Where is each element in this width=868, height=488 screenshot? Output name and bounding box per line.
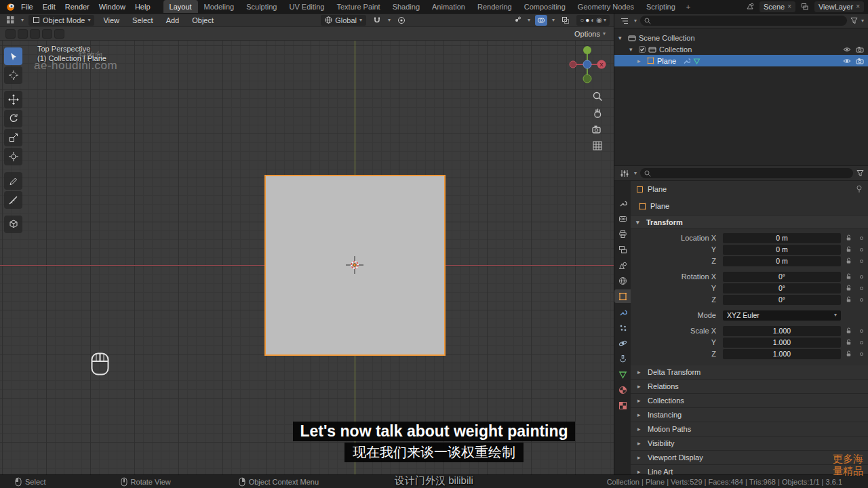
- panel-viewport-display[interactable]: ▸Viewport Display: [631, 451, 868, 465]
- workspace-tab-modeling[interactable]: Modeling: [198, 0, 241, 13]
- tab-render[interactable]: [614, 211, 631, 225]
- tab-tool[interactable]: [614, 196, 631, 209]
- camera-icon[interactable]: [856, 58, 864, 64]
- navigation-gizmo[interactable]: X: [568, 45, 607, 84]
- rotation-x-field[interactable]: 0°: [723, 272, 841, 282]
- pan-hand-icon[interactable]: [592, 108, 603, 119]
- transform-panel-header[interactable]: ▾ Transform: [631, 215, 868, 229]
- menu-edit[interactable]: Edit: [38, 1, 60, 12]
- animate-decorator[interactable]: [856, 329, 867, 333]
- scene-selector[interactable]: Scene ×: [760, 1, 795, 12]
- panel-motion-paths[interactable]: ▸Motion Paths: [631, 422, 868, 436]
- menu-view[interactable]: View: [99, 16, 123, 25]
- workspace-tab-scripting[interactable]: Scripting: [640, 0, 682, 13]
- tab-physics[interactable]: [614, 336, 631, 350]
- outliner-row-scene-collection[interactable]: ▾ Scene Collection: [614, 32, 868, 43]
- tool-annotate[interactable]: [4, 172, 22, 190]
- panel-relations[interactable]: ▸Relations: [631, 380, 868, 394]
- workspace-tab-sculpting[interactable]: Sculpting: [240, 0, 283, 13]
- location-x-field[interactable]: 0 m: [723, 233, 841, 243]
- show-overlays-icon[interactable]: [535, 15, 547, 26]
- menu-render[interactable]: Render: [60, 1, 94, 12]
- mesh-data-icon[interactable]: [693, 58, 701, 64]
- tool-settings-toggle-4[interactable]: [42, 29, 52, 39]
- blender-logo-icon[interactable]: [4, 1, 16, 12]
- lock-icon[interactable]: [841, 258, 856, 264]
- viewport-3d[interactable]: Top Perspective (1) Collection | Plane 特…: [0, 41, 614, 474]
- menu-help[interactable]: Help: [130, 1, 155, 12]
- object-name-field[interactable]: Plane: [631, 197, 868, 215]
- panel-line-art[interactable]: ▸Line Art: [631, 465, 868, 474]
- location-y-field[interactable]: 0 m: [723, 245, 841, 255]
- tool-scale[interactable]: [4, 129, 22, 146]
- panel-delta-transform[interactable]: ▸Delta Transform: [631, 365, 868, 380]
- expand-arrow-icon[interactable]: ▾: [629, 46, 636, 53]
- filter-icon[interactable]: [850, 17, 858, 24]
- tool-move[interactable]: [4, 91, 22, 108]
- ortho-toggle-icon[interactable]: [592, 140, 603, 151]
- outliner-editor-icon[interactable]: [618, 16, 631, 26]
- animate-decorator[interactable]: [856, 275, 867, 279]
- scene-browse-icon[interactable]: [744, 1, 756, 12]
- camera-view-icon[interactable]: [592, 125, 603, 134]
- location-z-field[interactable]: 0 m: [723, 256, 841, 266]
- snap-magnet-icon[interactable]: [371, 15, 383, 26]
- lock-icon[interactable]: [841, 296, 856, 303]
- tool-select-box[interactable]: [4, 47, 22, 65]
- scale-x-field[interactable]: 1.000: [723, 326, 841, 336]
- tool-settings-toggle-3[interactable]: [30, 29, 40, 39]
- scale-z-field[interactable]: 1.000: [723, 349, 841, 359]
- shading-solid-icon[interactable]: ●: [585, 16, 589, 24]
- lock-icon[interactable]: [841, 327, 856, 334]
- menu-object[interactable]: Object: [188, 16, 218, 25]
- add-workspace-button[interactable]: +: [682, 0, 695, 13]
- shading-rendered-icon[interactable]: ◉: [596, 16, 602, 24]
- properties-editor-icon[interactable]: [618, 168, 631, 179]
- filter-icon[interactable]: [856, 169, 864, 177]
- tab-scene[interactable]: [614, 258, 631, 272]
- lock-icon[interactable]: [841, 246, 856, 253]
- tool-cursor[interactable]: [4, 66, 22, 84]
- workspace-tab-animation[interactable]: Animation: [426, 0, 471, 13]
- tab-object[interactable]: [614, 289, 631, 303]
- unlink-scene-icon[interactable]: ×: [787, 3, 791, 10]
- tool-settings-toggle-5[interactable]: [54, 29, 64, 39]
- rotation-z-field[interactable]: 0°: [723, 295, 841, 305]
- tool-transform[interactable]: [4, 148, 22, 165]
- tab-output[interactable]: [614, 227, 631, 241]
- tab-texture[interactable]: [614, 399, 631, 412]
- camera-icon[interactable]: [856, 46, 864, 53]
- menu-window[interactable]: Window: [94, 1, 130, 12]
- workspace-tab-layout[interactable]: Layout: [163, 0, 198, 13]
- eye-icon[interactable]: [843, 58, 851, 64]
- expand-arrow-icon[interactable]: ▾: [618, 35, 625, 41]
- tab-particles[interactable]: [614, 321, 631, 334]
- animate-decorator[interactable]: [856, 352, 867, 356]
- lock-icon[interactable]: [841, 350, 856, 357]
- shading-wireframe-icon[interactable]: ○: [580, 16, 584, 24]
- menu-select[interactable]: Select: [128, 16, 157, 25]
- workspace-tab-compositing[interactable]: Compositing: [518, 0, 572, 13]
- tool-add-cube[interactable]: [4, 216, 22, 233]
- workspace-tab-uv-editing[interactable]: UV Editing: [283, 0, 330, 13]
- panel-visibility[interactable]: ▸Visibility: [631, 436, 868, 451]
- outliner-row-collection[interactable]: ▾ Collection: [614, 43, 868, 55]
- tool-settings-toggle-2[interactable]: [18, 29, 28, 39]
- workspace-tab-geometry-nodes[interactable]: Geometry Nodes: [572, 0, 640, 13]
- modifier-wrench-icon[interactable]: [683, 57, 690, 64]
- animate-decorator[interactable]: [856, 287, 867, 290]
- properties-search-input[interactable]: [640, 168, 853, 178]
- tool-rotate[interactable]: [4, 110, 22, 127]
- tool-measure[interactable]: [4, 191, 22, 209]
- tab-view-layer[interactable]: [614, 243, 631, 256]
- unlink-viewlayer-icon[interactable]: ×: [856, 3, 860, 10]
- tab-material[interactable]: [614, 383, 631, 396]
- tab-modifiers[interactable]: [614, 305, 631, 319]
- menu-file[interactable]: File: [16, 1, 38, 12]
- tab-world[interactable]: [614, 274, 631, 287]
- animate-decorator[interactable]: [856, 248, 867, 251]
- editor-type-icon[interactable]: [4, 15, 16, 26]
- transform-orientation-dropdown[interactable]: Global ▾: [321, 15, 366, 26]
- viewlayer-browse-icon[interactable]: [799, 1, 811, 12]
- animate-decorator[interactable]: [856, 260, 867, 263]
